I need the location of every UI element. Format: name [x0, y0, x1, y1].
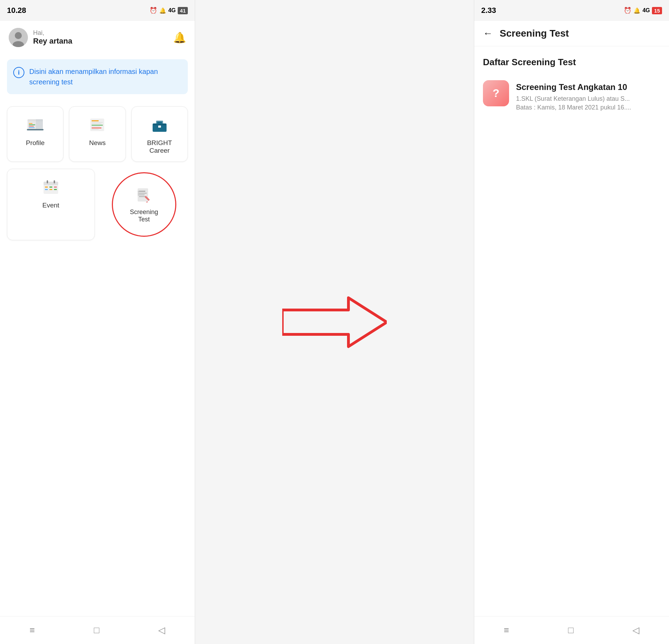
time-right: 2.33 — [481, 6, 496, 15]
svg-point-1 — [15, 32, 22, 39]
test-desc-line2: Batas : Kamis, 18 Maret 2021 pukul 16...… — [516, 103, 660, 112]
status-bar-left: 10.28 ⏰ 🔔 4G 41 — [0, 0, 195, 21]
profile-icon — [26, 115, 45, 134]
svg-rect-35 — [139, 191, 145, 192]
time-left: 10.28 — [7, 6, 26, 15]
screening-icon — [134, 186, 154, 205]
menu-item-screening-test[interactable]: ScreeningTest — [112, 172, 176, 237]
svg-rect-32 — [49, 189, 52, 190]
svg-rect-25 — [44, 182, 58, 185]
info-text: Disini akan menampilkan informasi kapan … — [29, 66, 182, 87]
info-banner: i Disini akan menampilkan informasi kapa… — [7, 59, 188, 94]
nav-home-icon-left[interactable]: □ — [94, 625, 99, 636]
battery-icon-r: 15 — [652, 7, 662, 14]
svg-rect-5 — [29, 123, 32, 124]
svg-rect-13 — [92, 122, 103, 123]
section-title: Daftar Screening Test — [474, 46, 669, 75]
svg-rect-8 — [29, 127, 34, 128]
svg-marker-44 — [282, 298, 387, 347]
test-item-icon: ? — [483, 80, 509, 106]
career-label: BRIGHT Career — [137, 139, 182, 154]
career-icon — [150, 115, 169, 134]
left-phone: 10.28 ⏰ 🔔 4G 41 Hai, Rey artana 🔔 — [0, 0, 195, 644]
event-icon — [41, 177, 60, 197]
svg-rect-21 — [157, 122, 162, 124]
nav-back-icon-right[interactable]: ◁ — [632, 625, 639, 636]
svg-rect-30 — [54, 187, 57, 188]
profile-label: Profile — [26, 139, 45, 147]
question-mark-icon: ? — [493, 87, 500, 100]
svg-rect-23 — [158, 126, 161, 128]
event-label: Event — [42, 202, 59, 209]
svg-rect-36 — [139, 193, 147, 194]
alarm-icon: ⏰ — [149, 7, 157, 14]
menu-row2: Event — [0, 169, 195, 247]
menu-item-bright-career[interactable]: BRIGHT Career — [131, 106, 188, 162]
svg-rect-22 — [153, 124, 166, 125]
avatar — [9, 28, 28, 47]
page-title: Screening Test — [500, 28, 569, 39]
test-desc-line1: 1.SKL (Surat Keterangan Lulus) atau S... — [516, 94, 660, 103]
info-icon: i — [13, 67, 24, 78]
nav-bar-left: ≡ □ ◁ — [0, 616, 195, 644]
user-text: Hai, Rey artana — [33, 29, 72, 46]
menu-item-profile[interactable]: Profile — [7, 106, 63, 162]
menu-item-event[interactable]: Event — [7, 169, 95, 240]
nav-home-icon-right[interactable]: □ — [568, 625, 574, 636]
svg-rect-10 — [27, 129, 44, 130]
battery-icon: 41 — [178, 7, 188, 14]
nav-menu-icon-left[interactable]: ≡ — [30, 625, 35, 636]
svg-rect-7 — [29, 126, 34, 127]
menu-item-news[interactable]: News — [69, 106, 125, 162]
status-icons-right: ⏰ 🔔 4G 15 — [624, 7, 662, 14]
nav-bar-right: ≡ □ ◁ — [474, 616, 669, 644]
test-info: Screening Test Angkatan 10 1.SKL (Surat … — [516, 80, 660, 112]
svg-rect-17 — [92, 128, 101, 128]
screening-label: ScreeningTest — [130, 209, 158, 223]
nav-menu-icon-right[interactable]: ≡ — [504, 625, 509, 636]
svg-rect-12 — [92, 120, 99, 121]
svg-rect-27 — [54, 180, 55, 183]
svg-rect-6 — [29, 124, 35, 125]
svg-rect-29 — [49, 187, 52, 188]
back-button[interactable]: ← — [483, 29, 493, 38]
vibrate-icon: 🔔 — [159, 7, 166, 14]
signal-icon: 4G — [168, 7, 176, 14]
arrow-container — [195, 0, 474, 644]
test-item[interactable]: ? Screening Test Angkatan 10 1.SKL (Sura… — [474, 75, 669, 118]
user-name: Rey artana — [33, 37, 72, 46]
menu-item-screening-container: ScreeningTest — [100, 169, 188, 240]
svg-rect-9 — [36, 119, 43, 130]
alarm-icon-r: ⏰ — [624, 7, 631, 14]
menu-row1: Profile News — [0, 99, 195, 169]
svg-rect-14 — [92, 123, 101, 124]
right-phone: 2.33 ⏰ 🔔 4G 15 ← Screening Test Daftar S… — [474, 0, 669, 644]
svg-rect-33 — [54, 189, 57, 190]
header-left: Hai, Rey artana 🔔 — [0, 21, 195, 54]
vibrate-icon-r: 🔔 — [633, 7, 640, 14]
greeting: Hai, — [33, 29, 72, 37]
bell-icon[interactable]: 🔔 — [173, 31, 186, 44]
svg-point-39 — [138, 191, 139, 192]
svg-rect-16 — [92, 126, 100, 127]
page-header-right: ← Screening Test — [474, 21, 669, 46]
status-bar-right: 2.33 ⏰ 🔔 4G 15 — [474, 0, 669, 21]
test-title: Screening Test Angkatan 10 — [516, 82, 660, 92]
status-icons-left: ⏰ 🔔 4G 41 — [149, 7, 188, 14]
svg-rect-18 — [92, 129, 99, 130]
news-icon — [88, 115, 107, 134]
arrow — [282, 294, 387, 350]
svg-rect-28 — [45, 187, 48, 188]
svg-rect-31 — [45, 189, 48, 190]
svg-point-41 — [138, 194, 139, 196]
news-label: News — [89, 139, 106, 147]
nav-back-icon-left[interactable]: ◁ — [158, 625, 165, 636]
svg-rect-15 — [92, 125, 103, 126]
user-info: Hai, Rey artana — [9, 28, 72, 47]
svg-rect-37 — [139, 195, 145, 195]
svg-point-40 — [138, 192, 139, 194]
signal-icon-r: 4G — [643, 7, 650, 14]
svg-rect-26 — [47, 180, 48, 183]
